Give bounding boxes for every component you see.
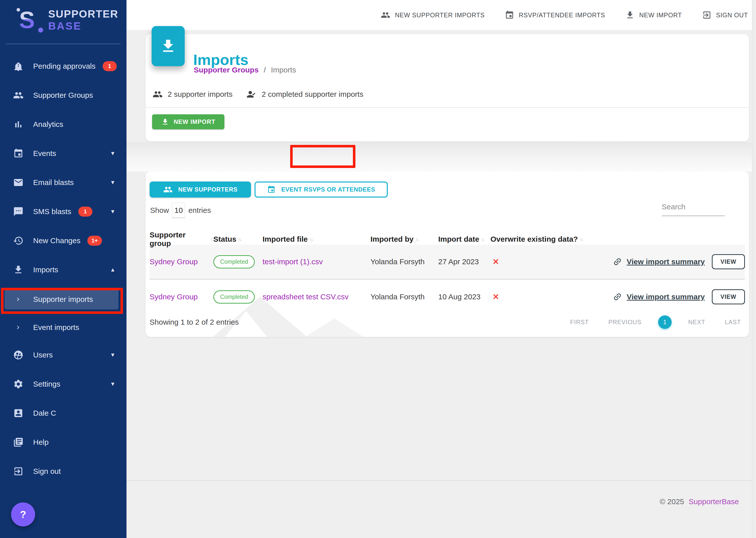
exit-icon <box>702 10 712 20</box>
column-overwrite[interactable]: Overwrite existing data?↑↓ <box>490 235 601 243</box>
breadcrumb-separator: / <box>264 66 266 74</box>
column-supporter-group[interactable]: Supporter group↑↓ <box>150 231 213 248</box>
sort-icon[interactable]: ↑↓ <box>309 237 312 242</box>
breadcrumb: Supporter Groups / Imports <box>194 66 296 74</box>
overwrite-no-icon: ✕ <box>490 257 601 266</box>
chevron-down-icon: ▼ <box>110 352 115 358</box>
row-imported-by: Yolanda Forsyth <box>370 257 438 266</box>
column-imported-by[interactable]: Imported by↑↓ <box>370 235 438 243</box>
row-imported-by: Yolanda Forsyth <box>370 293 438 301</box>
download-icon <box>159 38 177 55</box>
chevron-down-icon: ▼ <box>110 150 115 157</box>
breadcrumb-supporter-groups[interactable]: Supporter Groups <box>194 66 259 74</box>
status-badge: Completed <box>213 290 255 303</box>
groups-icon <box>163 185 173 194</box>
row-imported-file-link[interactable]: spreadsheet test CSV.csv <box>263 293 370 301</box>
sidebar-item-imports[interactable]: Imports ▲ <box>0 255 127 284</box>
row-supporter-group-link[interactable]: Sydney Group <box>150 293 213 301</box>
help-fab-button[interactable]: ? <box>11 503 35 526</box>
view-button[interactable]: VIEW <box>712 254 745 269</box>
calendar-icon <box>267 185 276 194</box>
topnav-sign-out[interactable]: SIGN OUT <box>702 10 748 20</box>
calendar-icon <box>13 148 24 159</box>
sidebar-item-email-blasts[interactable]: Email blasts ▼ <box>0 168 127 197</box>
sidebar-item-profile-dale-c[interactable]: Dale C <box>0 399 127 428</box>
sort-icon[interactable]: ↑↓ <box>210 237 213 242</box>
sidebar-item-users[interactable]: Users ▼ <box>0 341 127 369</box>
row-imported-file-link[interactable]: test-import (1).csv <box>263 257 370 266</box>
brand-name-bottom: BASE <box>48 20 118 32</box>
groups-icon <box>13 90 24 100</box>
entries-summary: Showing 1 to 2 of 2 entries <box>150 318 239 326</box>
column-import-date[interactable]: Import date↑↓ <box>438 235 490 243</box>
sidebar-item-settings[interactable]: Settings ▼ <box>0 369 127 399</box>
topnav-new-supporter-imports[interactable]: NEW SUPPORTER IMPORTS <box>381 10 485 20</box>
sidebar-item-supporter-groups[interactable]: Supporter Groups <box>0 81 127 110</box>
sidebar-item-help[interactable]: Help <box>0 428 127 457</box>
sort-icon[interactable]: ↑↓ <box>579 237 582 242</box>
app-root: S SUPPORTER BASE Pending approvals 1 Sup… <box>0 0 756 538</box>
overwrite-no-icon: ✕ <box>490 292 601 301</box>
download-icon <box>161 118 169 126</box>
sidebar-divider <box>6 44 120 44</box>
pagination-current-page[interactable]: 1 <box>658 315 672 329</box>
account-box-icon <box>13 408 24 418</box>
sidebar-item-events[interactable]: Events ▼ <box>0 139 127 168</box>
status-badge: Completed <box>213 255 255 268</box>
pagination-first[interactable]: FIRST <box>567 318 592 326</box>
groups-icon <box>153 89 163 99</box>
sidebar-item-sms-blasts[interactable]: SMS blasts 1 ▼ <box>0 197 127 226</box>
link-icon <box>611 290 624 303</box>
show-entries-control: Show 10 entries <box>150 202 211 218</box>
calendar-icon <box>505 10 514 20</box>
sidebar-item-pending-approvals[interactable]: Pending approvals 1 <box>0 52 127 81</box>
tab-new-supporters[interactable]: NEW SUPPORTERS <box>150 182 251 197</box>
pagination-previous[interactable]: PREVIOUS <box>605 318 645 326</box>
sidebar-item-analytics[interactable]: Analytics <box>0 110 127 139</box>
table-header-row: Supporter group↑↓ Status↑↓ Imported file… <box>150 231 745 245</box>
breadcrumb-imports: Imports <box>271 66 296 74</box>
import-type-tabs: NEW SUPPORTERS EVENT RSVPS OR ATTENDEES <box>150 182 388 197</box>
stat-completed-imports: 2 completed supporter imports <box>246 89 363 99</box>
view-import-summary-link[interactable]: View import summary <box>613 257 705 266</box>
chevron-up-icon: ▲ <box>110 266 115 273</box>
scrollbar[interactable] <box>752 0 756 538</box>
library-books-icon <box>13 437 24 448</box>
sidebar-item-event-imports[interactable]: Event imports <box>0 314 127 341</box>
pagination-last[interactable]: LAST <box>722 318 744 326</box>
gear-icon <box>13 379 24 389</box>
imports-table: Supporter group↑↓ Status↑↓ Imported file… <box>150 231 745 314</box>
annotation-highlight-new-import <box>290 145 355 168</box>
new-changes-badge: 1+ <box>87 236 102 246</box>
topnav-new-import[interactable]: NEW IMPORT <box>625 10 682 20</box>
entries-per-page-select[interactable]: 10 <box>172 202 185 218</box>
chevron-down-icon: ▼ <box>110 208 115 215</box>
brand-logo[interactable]: S SUPPORTER BASE <box>19 6 118 34</box>
imports-header-card: Imports Supporter Groups / Imports 2 sup… <box>146 34 749 141</box>
footer-brand-link[interactable]: SupporterBase <box>689 497 739 506</box>
row-import-date: 27 Apr 2023 <box>438 257 490 266</box>
search-input[interactable] <box>662 200 725 216</box>
background-gradient <box>127 142 752 172</box>
view-button[interactable]: VIEW <box>712 289 745 304</box>
footer: © 2025 SupporterBase <box>660 497 739 506</box>
pending-approvals-badge: 1 <box>103 61 117 71</box>
sort-icon[interactable]: ↑↓ <box>238 237 241 242</box>
row-supporter-group-link[interactable]: Sydney Group <box>150 257 213 266</box>
new-import-button[interactable]: NEW IMPORT <box>152 114 224 129</box>
sidebar: S SUPPORTER BASE Pending approvals 1 Sup… <box>0 0 127 538</box>
pagination-next[interactable]: NEXT <box>685 318 708 326</box>
tab-event-rsvps[interactable]: EVENT RSVPS OR ATTENDEES <box>255 182 388 197</box>
sidebar-item-sign-out[interactable]: Sign out <box>0 457 127 486</box>
view-import-summary-link[interactable]: View import summary <box>613 292 705 301</box>
email-icon <box>13 177 24 188</box>
column-status[interactable]: Status↑↓ <box>213 235 263 243</box>
table-search <box>662 200 725 216</box>
column-imported-file[interactable]: Imported file↑↓ <box>263 235 370 243</box>
sort-icon[interactable]: ↑↓ <box>415 237 418 242</box>
brand-name-top: SUPPORTER <box>48 8 118 20</box>
chevron-down-icon: ▼ <box>110 381 115 387</box>
topnav-rsvp-attendee-imports[interactable]: RSVP/ATTENDEE IMPORTS <box>505 10 605 20</box>
sidebar-item-new-changes[interactable]: New Changes 1+ <box>0 226 127 255</box>
sort-icon[interactable]: ↑↓ <box>481 237 484 242</box>
